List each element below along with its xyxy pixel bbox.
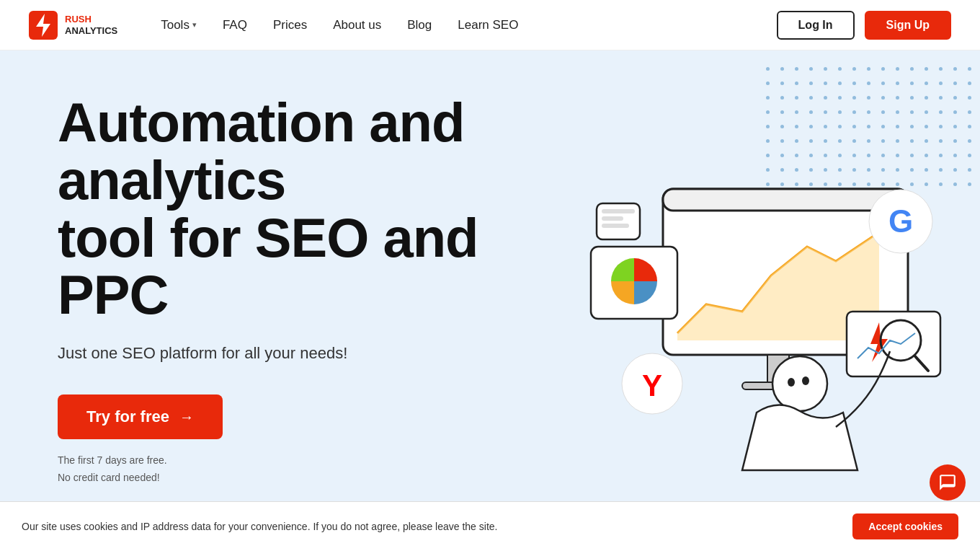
logo-icon bbox=[29, 11, 58, 40]
logo[interactable]: RUSH ANALYTICS bbox=[29, 11, 117, 40]
svg-point-20 bbox=[788, 378, 795, 387]
hero-content: Automation and analytics tool for SEO an… bbox=[58, 94, 519, 487]
chat-icon bbox=[938, 473, 957, 492]
nav-actions: Log In Sign Up bbox=[777, 11, 951, 40]
nav-prices-label: Prices bbox=[273, 18, 307, 32]
svg-rect-11 bbox=[602, 216, 623, 221]
logo-text: RUSH ANALYTICS bbox=[65, 14, 117, 36]
chat-bubble-button[interactable] bbox=[930, 464, 966, 501]
svg-point-19 bbox=[772, 356, 827, 411]
nav-prices[interactable]: Prices bbox=[273, 18, 307, 32]
try-free-label: Try for free bbox=[86, 407, 169, 426]
svg-rect-10 bbox=[602, 209, 635, 213]
nav-blog[interactable]: Blog bbox=[407, 18, 432, 32]
hero-illustration: G Y bbox=[533, 50, 980, 530]
hero-title-line1: Automation and analytics bbox=[58, 92, 464, 211]
svg-rect-12 bbox=[602, 224, 629, 228]
hero-section: Automation and analytics tool for SEO an… bbox=[0, 50, 980, 530]
svg-text:G: G bbox=[888, 203, 913, 239]
hero-title: Automation and analytics tool for SEO an… bbox=[58, 94, 519, 324]
cookie-bar: Our site uses cookies and IP address dat… bbox=[0, 501, 980, 551]
logo-line2: ANALYTICS bbox=[65, 25, 117, 37]
cookie-text: Our site uses cookies and IP address dat… bbox=[22, 521, 838, 532]
svg-rect-3 bbox=[663, 189, 908, 211]
nav-links: Tools ▾ FAQ Prices About us Blog Learn S… bbox=[161, 18, 518, 32]
hero-svg-illustration: G Y bbox=[548, 102, 966, 477]
login-button[interactable]: Log In bbox=[777, 11, 855, 40]
svg-text:Y: Y bbox=[642, 369, 662, 402]
nav-about[interactable]: About us bbox=[333, 18, 381, 32]
try-free-button[interactable]: Try for free → bbox=[58, 394, 223, 439]
navbar: RUSH ANALYTICS Tools ▾ FAQ Prices About … bbox=[0, 0, 980, 50]
hero-note-line2: No credit card needed! bbox=[58, 470, 519, 487]
nav-about-label: About us bbox=[333, 18, 381, 32]
nav-blog-label: Blog bbox=[407, 18, 432, 32]
nav-faq[interactable]: FAQ bbox=[223, 18, 247, 32]
nav-faq-label: FAQ bbox=[223, 18, 247, 32]
chevron-down-icon: ▾ bbox=[192, 20, 197, 30]
nav-tools[interactable]: Tools ▾ bbox=[161, 18, 197, 32]
nav-learn-seo-label: Learn SEO bbox=[458, 18, 518, 32]
svg-rect-9 bbox=[597, 203, 640, 239]
hero-subtitle: Just one SEO platform for all your needs… bbox=[58, 344, 519, 363]
logo-line1: RUSH bbox=[65, 14, 92, 25]
arrow-right-icon: → bbox=[179, 409, 194, 426]
hero-subtitle-text: Just one SEO platform for all your needs… bbox=[58, 344, 347, 362]
svg-point-21 bbox=[802, 376, 809, 385]
nav-learn-seo[interactable]: Learn SEO bbox=[458, 18, 518, 32]
hero-note: The first 7 days are free. No credit car… bbox=[58, 452, 519, 487]
hero-note-line1: The first 7 days are free. bbox=[58, 452, 519, 470]
nav-tools-label: Tools bbox=[161, 18, 190, 32]
signup-button[interactable]: Sign Up bbox=[865, 11, 951, 40]
hero-title-line2: tool for SEO and PPC bbox=[58, 207, 478, 326]
accept-cookies-button[interactable]: Accept cookies bbox=[852, 513, 958, 539]
